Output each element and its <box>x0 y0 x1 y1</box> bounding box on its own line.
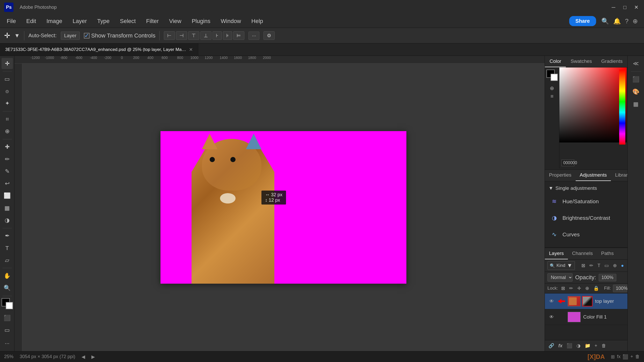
color-icon[interactable]: ⬛ <box>630 74 642 85</box>
lasso-tool[interactable]: ⌾ <box>2 86 13 97</box>
close-button[interactable]: ✕ <box>633 4 640 11</box>
user-icon[interactable]: ⊕ <box>633 18 638 25</box>
menu-window[interactable]: Window <box>216 16 246 26</box>
crop-tool[interactable]: ⌗ <box>2 114 13 125</box>
tab-color[interactable]: Color <box>545 56 566 67</box>
layer-filter-smart[interactable]: ⊕ <box>612 262 618 269</box>
lock-all[interactable]: 🔒 <box>592 284 600 292</box>
screen-mode-button[interactable]: ▭ <box>2 325 13 336</box>
fg-bg-color-swatch[interactable] <box>546 70 558 81</box>
align-right-button[interactable]: ⊤ <box>188 31 199 40</box>
adj-brightness-contrast[interactable]: ◑ Brightness/Contrast <box>545 210 627 226</box>
status-icon-4[interactable]: + <box>630 354 633 360</box>
layer-filter-toggle[interactable]: ● <box>620 262 625 269</box>
menu-edit[interactable]: Edit <box>21 16 41 26</box>
eyedropper-tool[interactable]: ⊕ <box>2 126 13 137</box>
layer-visibility-fill[interactable]: 👁 <box>548 313 555 321</box>
layer-filter-adj[interactable]: ✏ <box>588 262 594 269</box>
lock-artboards[interactable]: ⊕ <box>584 284 590 292</box>
auto-select-dropdown[interactable]: Layer <box>61 32 80 40</box>
tab-properties[interactable]: Properties <box>545 170 576 181</box>
menu-filter[interactable]: Filter <box>141 16 163 26</box>
gradients-icon[interactable]: ▦ <box>630 99 642 110</box>
canvas-area[interactable]: -1200 -1000 -800 -600 -400 -200 0 200 40… <box>14 56 545 351</box>
tab-layers[interactable]: Layers <box>545 248 568 259</box>
menu-image[interactable]: Image <box>42 16 67 26</box>
layer-filter-shape[interactable]: ▭ <box>603 262 610 269</box>
layer-row-color-fill-1[interactable]: 👁 Color Fill 1 <box>545 309 627 325</box>
search-icon[interactable]: 🔍 <box>601 18 609 25</box>
layer-visibility-top[interactable]: 👁 <box>548 298 555 305</box>
hue-slider[interactable] <box>619 70 625 145</box>
layer-filter-type[interactable]: ⊠ <box>580 262 586 269</box>
blend-mode-select[interactable]: Normal <box>547 273 573 282</box>
minimize-button[interactable]: ─ <box>610 4 617 11</box>
swatches-icon[interactable]: 🎨 <box>630 86 642 97</box>
tab-adjustments[interactable]: Adjustments <box>576 170 611 181</box>
canvas[interactable]: ↔ 32 px ↕ 12 px <box>160 131 406 284</box>
brush-tool[interactable]: ✏ <box>2 154 13 165</box>
tab-swatches[interactable]: Swatches <box>566 56 596 67</box>
menu-select[interactable]: Select <box>115 16 140 26</box>
panel-toggle-icon[interactable]: ≪ <box>630 58 642 69</box>
align-center-h-button[interactable]: ⊣ <box>176 31 187 40</box>
layer-fx-button[interactable]: fx <box>557 342 564 350</box>
pen-tool[interactable]: ✒ <box>2 230 13 242</box>
opacity-value[interactable]: 100% <box>599 274 616 281</box>
text-tool[interactable]: T <box>2 243 13 254</box>
hand-tool[interactable]: ✋ <box>2 270 13 281</box>
single-adjustments-header[interactable]: ▼ Single adjustments <box>545 183 627 193</box>
tab-channels[interactable]: Channels <box>568 248 597 259</box>
color-mode-icon2[interactable]: ≡ <box>551 93 554 99</box>
menu-help[interactable]: Help <box>247 16 268 26</box>
tab-gradients[interactable]: Gradients <box>597 56 627 67</box>
menu-type[interactable]: Type <box>93 16 114 26</box>
menu-file[interactable]: File <box>2 16 20 26</box>
dodge-tool[interactable]: ◑ <box>2 215 13 226</box>
color-picker[interactable]: 000000 <box>559 67 627 168</box>
align-left-button[interactable]: ⊢ <box>164 31 175 40</box>
foreground-background-color[interactable] <box>2 298 13 309</box>
align-middle-button[interactable]: ⊦ <box>213 31 222 40</box>
layer-mask-button[interactable]: ⬛ <box>566 342 573 350</box>
extra-tools-button[interactable]: ··· <box>2 338 13 349</box>
color-gradient-field[interactable] <box>559 67 627 142</box>
layer-new-button[interactable]: + <box>594 342 598 350</box>
more-options-button[interactable]: ··· <box>248 32 259 40</box>
layer-filter-text[interactable]: T <box>596 262 601 269</box>
status-icon-5[interactable]: 🗑 <box>635 354 640 360</box>
status-icon-3[interactable]: ⬛ <box>623 354 628 360</box>
menu-layer[interactable]: Layer <box>68 16 92 26</box>
tab-paths[interactable]: Paths <box>597 248 618 259</box>
quick-mask-button[interactable]: ⬛ <box>2 312 13 323</box>
magic-wand-tool[interactable]: ✦ <box>2 98 13 109</box>
lock-transparent-pixels[interactable]: ⊠ <box>560 284 566 292</box>
status-icon-2[interactable]: fx <box>617 354 620 360</box>
document-tab[interactable]: 3E71533C-3F5E-47B9-A6B3-38A072CC7AA9_enh… <box>0 43 198 56</box>
gradient-tool[interactable]: ▦ <box>2 202 13 214</box>
bell-icon[interactable]: 🔔 <box>613 18 621 25</box>
layer-adj-button[interactable]: ◑ <box>575 342 582 350</box>
help-icon[interactable]: ? <box>625 18 628 25</box>
menu-view[interactable]: View <box>164 16 186 26</box>
heal-tool[interactable]: ✚ <box>2 141 13 153</box>
shape-tool[interactable]: ▱ <box>2 255 13 266</box>
maximize-button[interactable]: □ <box>621 4 628 11</box>
menu-plugins[interactable]: Plugins <box>187 16 215 26</box>
align-bottom-button[interactable]: ⊧ <box>223 31 232 40</box>
zoom-tool[interactable]: 🔍 <box>2 283 13 294</box>
tab-libraries[interactable]: Libraries <box>611 170 627 181</box>
status-icon-1[interactable]: ⊞ <box>611 354 615 360</box>
canvas-content[interactable]: ↔ 32 px ↕ 12 px <box>22 64 545 351</box>
lock-image-pixels[interactable]: ✏ <box>568 284 574 292</box>
move-tool[interactable]: ✛ <box>2 58 13 69</box>
clone-tool[interactable]: ✎ <box>2 166 13 177</box>
adj-curves[interactable]: ∿ Curves <box>545 226 627 243</box>
show-transform-check[interactable]: ✓ Show Transform Controls <box>84 32 155 39</box>
settings-button[interactable]: ⚙ <box>264 31 275 40</box>
layers-search[interactable]: 🔍 Kind ▼ <box>547 261 575 270</box>
tab-close-button[interactable]: ✕ <box>189 47 193 52</box>
color-mode-icon[interactable]: ⊕ <box>550 85 554 91</box>
align-top-button[interactable]: ⊥ <box>200 31 211 40</box>
hex-value[interactable]: 000000 <box>561 160 574 166</box>
